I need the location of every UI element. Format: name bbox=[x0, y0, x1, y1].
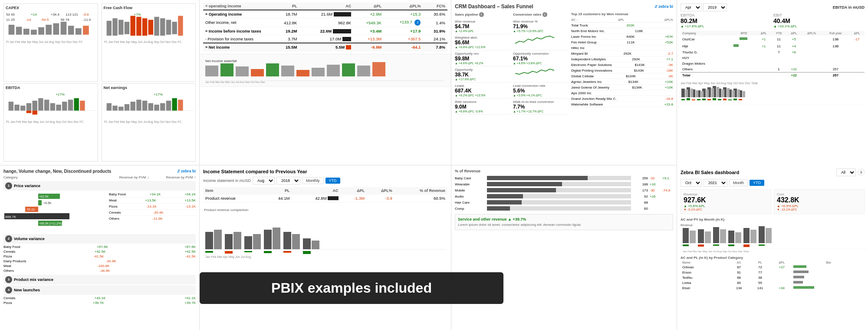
left-charts-panel: CAPEX 53 40 +14 +34.4 113 121 -6.6 11 25… bbox=[0, 0, 200, 165]
svg-text:Pl  Jan Feb Mar Apr May Jun Ju: Pl Jan Feb Mar Apr May Jun Jul Aug Sep O… bbox=[6, 40, 83, 44]
svg-rect-114 bbox=[687, 98, 690, 100]
svg-rect-35 bbox=[178, 16, 183, 36]
pipeline-item-opnum: Opportunity38.7K▲ +17.6% ΔFC bbox=[455, 66, 511, 82]
year-select[interactable]: 2019 bbox=[703, 3, 727, 11]
svg-rect-75 bbox=[251, 69, 264, 76]
comp-row: Comp 60 bbox=[455, 205, 673, 211]
svg-rect-49 bbox=[68, 100, 73, 111]
net-earnings-svg: +17% P bbox=[104, 91, 194, 125]
pipeline-item-weighted: Weighted abel.$6.6M▲ +8.8% ΔFC +12.6% bbox=[455, 34, 511, 50]
crm-logo: 𝓩 zebra bi bbox=[654, 4, 673, 9]
top15-row-10: Global Cellular$134K-2K bbox=[571, 73, 673, 79]
zebra-ebitda-panel: Apr 2019 EBITDA in mUSD EBITDA 80.2M ▲ +… bbox=[677, 0, 868, 165]
svg-text:11  25: 11 25 bbox=[6, 18, 15, 22]
mobile-val: 173 bbox=[633, 188, 648, 192]
year-2021-select[interactable]: 2021 bbox=[704, 179, 727, 187]
svg-rect-101 bbox=[685, 89, 688, 97]
ebitda-panel-title: EBITDA in mUSD bbox=[833, 5, 865, 10]
fcf-title: Free Cash Flow bbox=[104, 6, 194, 10]
income-bottom-panel: Income Statement compared to Previous Ye… bbox=[200, 165, 451, 330]
all-select[interactable]: All bbox=[836, 168, 856, 176]
svg-rect-67 bbox=[166, 101, 171, 111]
capex-title: CAPEX bbox=[6, 6, 96, 10]
conv-lead-val: 5.6% bbox=[513, 88, 546, 94]
cost-val: 432.8K bbox=[777, 196, 861, 204]
conv-lead-delta: ▲ +3.9% +4.1% ΔFC bbox=[513, 94, 546, 97]
svg-text:Product revenue comparison: Product revenue comparison bbox=[204, 208, 248, 212]
person-row-ortman: Ortman 87 72 +27 bbox=[681, 264, 865, 270]
capex-svg: 53 40 +14 +34.4 113 121 -6.6 11 25 -14 -… bbox=[6, 11, 96, 46]
provision-pl: 3.7M bbox=[273, 35, 299, 43]
ebitda-chart: EBITDA +17% bbox=[3, 83, 98, 162]
svg-rect-42 bbox=[26, 103, 31, 111]
ebit-value: 40.4M bbox=[773, 17, 865, 24]
company-row-hlje: Hlje +1 11 +4 13B bbox=[681, 43, 865, 50]
ytd-btn[interactable]: YTD bbox=[326, 178, 340, 184]
price-item-meat: Meat+13.5K+13.5K bbox=[109, 198, 196, 204]
weighted-label: Weighted abel. bbox=[455, 36, 485, 40]
provision-fc: 24.1% bbox=[423, 35, 447, 43]
oct-select[interactable]: Oct bbox=[681, 179, 702, 187]
opnum-val: 38.7K bbox=[455, 72, 476, 78]
hair-care-row: Hair Care 88 bbox=[455, 199, 673, 205]
svg-rect-16 bbox=[53, 23, 59, 35]
volume-variance-number: 2 bbox=[5, 235, 12, 242]
svg-rect-145 bbox=[273, 228, 280, 249]
pipeline-item-web: Web sessions9.0M▲ +8.8% ΔFC -0.6% bbox=[455, 99, 511, 115]
svg-rect-123 bbox=[733, 99, 737, 100]
question-icon[interactable]: ? bbox=[858, 169, 865, 176]
price-item-pizza: Pizza-13.1K-13.1K bbox=[109, 204, 196, 210]
svg-text:113 121: 113 121 bbox=[66, 13, 78, 16]
month-select[interactable]: Aug bbox=[253, 177, 275, 185]
comp-val: 60 bbox=[633, 207, 648, 211]
top15-col: Top 15 customers by Won revenue AC ↓ΔPLΔ… bbox=[571, 12, 673, 157]
price-variance-content: +82.9K +4.5K -55.1K 888.7K +89.3K [+11.2… bbox=[3, 191, 196, 231]
svg-rect-140 bbox=[225, 234, 233, 249]
net-income-delta: -9.9M bbox=[353, 43, 384, 51]
waterfall-sparkline: Net income waterfall Jan Feb Mar Apr May… bbox=[203, 57, 446, 83]
svg-rect-150 bbox=[205, 251, 213, 253]
svg-rect-116 bbox=[697, 99, 700, 100]
svg-rect-158 bbox=[683, 228, 689, 243]
leads-label: Leads bbox=[455, 84, 485, 88]
svg-rect-159 bbox=[690, 231, 696, 243]
ytd-view-btn[interactable]: YTD bbox=[750, 180, 764, 186]
variance-col-headers: Category Revenue by PVM ↓ Revenue by PVM… bbox=[3, 175, 196, 179]
free-cash-flow-chart: Free Cash Flow +7% bbox=[102, 3, 196, 82]
people-table: Name AC PL ΔPL Bar Ortman 87 72 +27 bbox=[681, 261, 865, 290]
ebit-label: EBIT bbox=[773, 13, 865, 17]
svg-text:-11.4: -11.4 bbox=[83, 18, 91, 22]
month-view-btn[interactable]: Month bbox=[729, 179, 748, 186]
svg-rect-153 bbox=[264, 251, 272, 253]
income-statement-panel: = operating income PLACΔPLΔPL%FC% = Oper… bbox=[200, 0, 451, 165]
variance-panel: hange, Volume change, New, Discontinued … bbox=[0, 165, 200, 330]
opnum-label: Opportunity bbox=[455, 68, 476, 72]
person-row-tednu: TedNu 68 38 bbox=[681, 275, 865, 280]
svg-text:-54.5: -54.5 bbox=[41, 18, 49, 22]
svg-rect-47 bbox=[56, 105, 61, 111]
revenue-val: 927.6K bbox=[684, 196, 768, 204]
opnum-delta: ▲ +17.6% ΔFC bbox=[455, 78, 476, 81]
svg-rect-48 bbox=[62, 102, 67, 111]
svg-rect-120 bbox=[718, 99, 721, 100]
year-select-2[interactable]: 2018 bbox=[276, 177, 300, 185]
svg-rect-106 bbox=[711, 88, 714, 97]
ebitda-value: 80.2M bbox=[681, 17, 772, 24]
svg-rect-45 bbox=[44, 100, 49, 111]
period-select[interactable]: Apr bbox=[681, 3, 702, 11]
company-row-dragon: Dragon Motors bbox=[681, 61, 865, 66]
sales-dash-header: Zebra BI Sales dashboard All ? bbox=[681, 168, 865, 176]
svg-text:+4.5K: +4.5K bbox=[43, 201, 52, 205]
conv-won-label: Won revenue % bbox=[513, 20, 556, 23]
svg-rect-23 bbox=[106, 21, 111, 36]
svg-rect-122 bbox=[728, 99, 732, 100]
svg-rect-76 bbox=[266, 63, 279, 76]
svg-rect-151 bbox=[225, 251, 233, 254]
price-variance-number: 1 bbox=[5, 182, 12, 189]
pbix-banner: PBIX examples included bbox=[200, 272, 503, 304]
svg-rect-175 bbox=[759, 244, 765, 246]
svg-rect-108 bbox=[722, 89, 724, 97]
svg-rect-73 bbox=[220, 63, 233, 76]
monthly-btn[interactable]: Monthly bbox=[302, 177, 324, 184]
svg-rect-15 bbox=[46, 25, 52, 35]
